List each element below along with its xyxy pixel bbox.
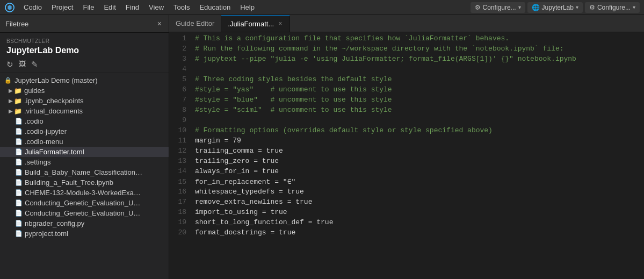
menu-project[interactable]: Project <box>47 2 77 13</box>
tree-root-item[interactable]: 🔒 JupyterLab Demo (master) <box>0 75 169 85</box>
tree-item-label: .settings <box>25 158 50 166</box>
line-number: 13 <box>169 157 195 165</box>
configure1-label: Configure... <box>483 4 516 11</box>
line-content: #style = "yas" # uncomment to use this s… <box>195 85 392 94</box>
chevron-right-icon: ▶ <box>9 88 13 94</box>
code-line: 11margin = 79 <box>169 137 644 147</box>
tab-close-button[interactable]: × <box>277 19 283 28</box>
tree-item-guides[interactable]: ▶ 📁 guides <box>0 85 169 96</box>
code-line: 20format_docstrings = true <box>169 228 644 239</box>
menu-education[interactable]: Education <box>195 2 235 13</box>
line-number: 14 <box>169 167 195 175</box>
tree-item-nbgrader[interactable]: 📄 nbgrader_config.py <box>0 218 169 228</box>
tree-item-fault-tree[interactable]: 📄 Building_a_Fault_Tree.ipynb <box>0 177 169 188</box>
filetree-close-button[interactable]: × <box>156 19 163 28</box>
folder-icon: 📁 <box>14 97 22 105</box>
line-number: 1 <box>169 34 195 42</box>
jupyterlab-button[interactable]: 🌐 JupyterLab ▾ <box>527 2 583 13</box>
line-content: trailing_zero = true <box>195 157 279 165</box>
line-content: trailing_comma = true <box>195 147 283 155</box>
line-content: # Three coding styles besides the defaul… <box>195 75 392 83</box>
code-line: 7#style = "blue" # uncomment to use this… <box>169 96 644 106</box>
line-content: # Formatting options (overrides default … <box>195 126 493 134</box>
file-icon: 📄 <box>15 159 23 166</box>
code-line: 1# This is a configuration file that spe… <box>169 34 644 45</box>
line-number: 15 <box>169 178 195 186</box>
tree-item-label: .virtual_documents <box>24 107 83 115</box>
configure2-button[interactable]: ⚙ Configure... ▾ <box>585 2 640 13</box>
tab-julia-formatter[interactable]: .JuliaFormatt... × <box>221 15 290 32</box>
file-icon: 📄 <box>15 210 23 217</box>
tree-item-codio-menu[interactable]: 📄 .codio-menu <box>0 137 169 147</box>
code-line: 18import_to_using = true <box>169 208 644 218</box>
code-line: 9 <box>169 116 644 126</box>
configure1-chevron: ▾ <box>518 4 521 10</box>
project-name-label: JupyterLab Demo <box>6 46 162 55</box>
menu-help[interactable]: Help <box>236 2 259 13</box>
image-icon[interactable]: 🖼 <box>19 60 26 69</box>
tree-item-genetic2[interactable]: 📄 Conducting_Genetic_Evaluation_Using_Mi… <box>0 208 169 218</box>
menu-codio[interactable]: Codio <box>19 2 46 13</box>
code-line: 16whitespace_typedefs = true <box>169 188 644 198</box>
line-number: 7 <box>169 96 195 104</box>
line-content: whitespace_typedefs = true <box>195 188 304 196</box>
tree-item-codio[interactable]: 📄 .codio <box>0 116 169 126</box>
line-number: 19 <box>169 218 195 226</box>
line-number: 20 <box>169 228 195 237</box>
tree-item-pyproject[interactable]: 📄 pyproject.toml <box>0 228 169 239</box>
tree-item-genetic1[interactable]: 📄 Conducting_Genetic_Evaluation_Using_Mi… <box>0 198 169 208</box>
line-number: 4 <box>169 65 195 73</box>
line-content: margin = 79 <box>195 137 241 145</box>
main-layout: Filetree × BSCHMUTZLER JupyterLab Demo ↻… <box>0 15 644 279</box>
code-line: 10# Formatting options (overrides defaul… <box>169 126 644 137</box>
tree-item-julia-formatter[interactable]: 📄 JuliaFormatter.toml <box>0 147 169 157</box>
line-content: #style = "blue" # uncomment to use this … <box>195 96 392 104</box>
folder-icon: 📁 <box>14 108 22 115</box>
menu-edit[interactable]: Edit <box>99 2 120 13</box>
filetree-header: Filetree × <box>0 15 169 33</box>
tree-item-ipynb-checkpoints[interactable]: ▶ 📁 .ipynb_checkpoints <box>0 96 169 106</box>
line-content: # Run the following command in the ~/wor… <box>195 45 564 53</box>
line-number: 5 <box>169 75 195 83</box>
line-number: 11 <box>169 137 195 145</box>
tree-item-label: guides <box>24 87 45 95</box>
menu-tools[interactable]: Tools <box>169 2 194 13</box>
file-icon: 📄 <box>15 189 23 196</box>
tree-item-label: Building_a_Fault_Tree.ipynb <box>25 178 113 187</box>
code-line: 14always_for_in = true <box>169 167 644 177</box>
tab-label: Guide Editor <box>176 19 214 27</box>
line-content: for_in_replacement = "∈" <box>195 177 295 186</box>
line-content: short_to_long_function_def = true <box>195 218 333 226</box>
code-line: 13trailing_zero = true <box>169 157 644 167</box>
tree-item-virtual-documents[interactable]: ▶ 📁 .virtual_documents <box>0 106 169 116</box>
tree-item-settings[interactable]: 📄 .settings <box>0 157 169 167</box>
line-content: format_docstrings = true <box>195 228 295 237</box>
line-number: 16 <box>169 188 195 196</box>
editor-area: Guide Editor .JuliaFormatt... × 1# This … <box>169 15 644 279</box>
tree-item-baby-name[interactable]: 📄 Build_a_Baby_Name_Classification_Syste… <box>0 167 169 177</box>
tree-item-label: Conducting_Genetic_Evaluation_Using_Mixe… <box>25 199 143 207</box>
file-icon: 📄 <box>15 128 23 135</box>
file-icon: 📄 <box>15 148 23 155</box>
refresh-icon[interactable]: ↻ <box>6 60 13 69</box>
username-label: BSCHMUTZLER <box>6 38 162 44</box>
tree-item-codio-jupyter[interactable]: 📄 .codio-jupyter <box>0 126 169 137</box>
menu-view[interactable]: View <box>144 2 168 13</box>
tab-label: .JuliaFormatt... <box>228 20 274 28</box>
code-editor[interactable]: 1# This is a configuration file that spe… <box>169 32 644 279</box>
jupyterlab-chevron: ▾ <box>576 4 578 10</box>
tab-guide-editor[interactable]: Guide Editor <box>169 15 221 32</box>
code-line: 12trailing_comma = true <box>169 147 644 157</box>
tree-item-cheme[interactable]: 📄 CHEME-132-Module-3-WorkedExample.ipynb <box>0 188 169 198</box>
line-content: import_to_using = true <box>195 208 287 216</box>
code-line: 3# jupytext --pipe "julia -e 'using Juli… <box>169 55 644 65</box>
configure1-button[interactable]: ⚙ Configure... ▾ <box>471 2 525 13</box>
file-icon: 📄 <box>15 199 23 206</box>
line-content: #style = "sciml" # uncomment to use this… <box>195 106 392 114</box>
edit-icon[interactable]: ✎ <box>31 60 38 69</box>
menu-file[interactable]: File <box>78 2 98 13</box>
file-icon: 📄 <box>15 169 23 176</box>
line-number: 10 <box>169 126 195 134</box>
code-line: 2# Run the following command in the ~/wo… <box>169 45 644 55</box>
menu-find[interactable]: Find <box>121 2 143 13</box>
